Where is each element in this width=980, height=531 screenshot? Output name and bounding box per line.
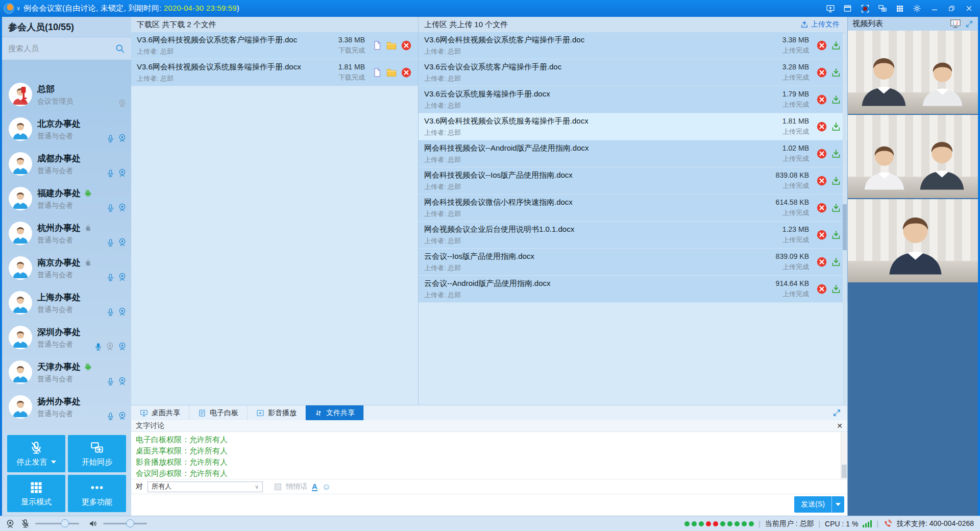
- send-button[interactable]: 发送(S): [794, 496, 844, 513]
- start-sync-button[interactable]: 开始同步: [68, 435, 126, 472]
- dual-monitor-icon[interactable]: 12: [950, 19, 961, 28]
- download-icon[interactable]: [831, 230, 841, 240]
- participant-row[interactable]: 深圳办事处 普通与会者: [2, 320, 131, 355]
- delete-icon[interactable]: [816, 229, 827, 240]
- download-icon[interactable]: [831, 257, 841, 267]
- expand-icon[interactable]: [965, 20, 973, 28]
- open-folder-icon[interactable]: [386, 40, 397, 51]
- participant-row[interactable]: 天津办事处 普通与会者: [2, 355, 131, 390]
- download-icon[interactable]: [831, 67, 841, 78]
- font-style-button[interactable]: A: [312, 482, 317, 491]
- participant-row[interactable]: 北京办事处 普通与会者: [2, 112, 131, 147]
- participant-row[interactable]: 福建办事处 普通与会者: [2, 181, 131, 216]
- download-icon[interactable]: [831, 94, 841, 105]
- net-sync-icon[interactable]: [875, 3, 889, 15]
- dropdown-caret-icon[interactable]: [51, 461, 56, 464]
- slider-knob[interactable]: [61, 519, 69, 527]
- record-icon[interactable]: [858, 3, 872, 15]
- window-mode-icon[interactable]: [841, 3, 854, 15]
- screen-share-icon[interactable]: [823, 3, 837, 15]
- camera-icon[interactable]: [117, 272, 127, 282]
- camera-icon[interactable]: [117, 376, 127, 386]
- webcam-icon[interactable]: [5, 519, 15, 529]
- upload-file-row[interactable]: V3.6网会科技视频会议系统客户端操作手册.doc上传者: 总部 3.38 MB…: [419, 32, 847, 59]
- camera-disabled-icon[interactable]: [105, 342, 115, 351]
- send-dropdown-caret[interactable]: [832, 503, 844, 506]
- recipient-select[interactable]: 所有人 ∨: [148, 481, 263, 492]
- upload-file-row[interactable]: 网会科技视频会议微信小程序快速指南.docx上传者: 总部 614.58 KB上…: [419, 195, 847, 222]
- stop-speaking-button[interactable]: 停止发言: [7, 435, 65, 472]
- maximize-button[interactable]: [945, 3, 959, 15]
- camera-icon[interactable]: [117, 342, 127, 351]
- mic-active-icon[interactable]: [94, 343, 103, 351]
- delete-icon[interactable]: [816, 94, 827, 105]
- camera-icon[interactable]: [117, 99, 127, 108]
- open-file-icon[interactable]: [372, 67, 382, 78]
- participant-row[interactable]: 总部 会议管理员: [2, 77, 131, 112]
- download-file-row[interactable]: V3.6网会科技视频会议系统服务端操作手册.docx 上传者: 总部 1.81 …: [131, 59, 418, 86]
- close-icon[interactable]: ✕: [837, 422, 843, 429]
- camera-icon[interactable]: [117, 203, 127, 212]
- participant-row[interactable]: 南京办事处 普通与会者: [2, 251, 131, 285]
- scrollbar-thumb[interactable]: [843, 204, 847, 250]
- video-thumbnail[interactable]: [848, 31, 978, 114]
- display-mode-button[interactable]: 显示模式: [7, 475, 65, 512]
- download-icon[interactable]: [831, 176, 841, 186]
- delete-icon[interactable]: [816, 40, 827, 51]
- chevron-down-icon[interactable]: ∨: [16, 5, 20, 12]
- tab-desktop-share[interactable]: 桌面共享: [131, 405, 189, 420]
- download-icon[interactable]: [831, 203, 841, 213]
- delete-icon[interactable]: [816, 283, 827, 295]
- camera-icon[interactable]: [117, 133, 127, 143]
- video-thumbnail[interactable]: [848, 199, 978, 282]
- download-icon[interactable]: [831, 149, 841, 159]
- delete-icon[interactable]: [816, 121, 827, 132]
- delete-icon[interactable]: [816, 67, 827, 78]
- chat-scrollbar[interactable]: [841, 432, 847, 479]
- upload-file-row[interactable]: 云会议--Ios版产品使用指南.docx上传者: 总部 839.09 KB上传完…: [419, 249, 847, 276]
- whisper-checkbox[interactable]: [275, 484, 281, 490]
- delete-icon[interactable]: [816, 148, 827, 159]
- upload-file-row[interactable]: 网会视频会议企业后台使用说明书1.0.1.docx上传者: 总部 1.23 MB…: [419, 222, 847, 249]
- emoji-button[interactable]: ☺: [322, 482, 331, 491]
- settings-gear-icon[interactable]: [910, 3, 924, 15]
- open-file-icon[interactable]: [372, 40, 382, 51]
- slider-knob[interactable]: [126, 519, 134, 527]
- mic-icon[interactable]: [106, 377, 115, 386]
- mic-icon[interactable]: [106, 273, 115, 282]
- layout-grid-icon[interactable]: [893, 3, 906, 15]
- upload-file-row-selected[interactable]: V3.6网会科技视频会议系统服务端操作手册.docx上传者: 总部 1.81 M…: [419, 113, 847, 140]
- speaker-icon[interactable]: [88, 519, 98, 528]
- delete-icon[interactable]: [401, 67, 412, 78]
- download-icon[interactable]: [831, 40, 841, 51]
- expand-icon[interactable]: [832, 408, 841, 417]
- participant-row[interactable]: 成都办事处 普通与会者: [2, 147, 131, 181]
- open-folder-icon[interactable]: [386, 67, 397, 78]
- download-icon[interactable]: [831, 122, 841, 132]
- camera-icon[interactable]: [117, 307, 127, 317]
- tab-media-play[interactable]: 影音播放: [248, 405, 306, 420]
- upload-file-row[interactable]: 云会议--Android版产品使用指南.docx上传者: 总部 914.64 K…: [419, 276, 847, 303]
- mic-icon[interactable]: [106, 412, 115, 421]
- tab-whiteboard[interactable]: 电子白板: [189, 405, 248, 420]
- search-icon[interactable]: [115, 43, 125, 54]
- mic-icon[interactable]: [106, 204, 115, 212]
- download-file-row[interactable]: V3.6网会科技视频会议系统客户端操作手册.doc 上传者: 总部 3.38 M…: [131, 32, 418, 59]
- video-thumbnail[interactable]: [848, 115, 978, 198]
- mic-icon[interactable]: [106, 308, 115, 317]
- upload-file-row[interactable]: V3.6云会议会议系统客户端操作手册.doc上传者: 总部 3.28 MB上传完…: [419, 59, 847, 86]
- upload-file-row[interactable]: V3.6云会议系统服务端操作手册.docx上传者: 总部 1.79 MB上传完成: [419, 86, 847, 113]
- camera-icon[interactable]: [117, 237, 127, 247]
- upload-file-link[interactable]: 上传文件: [800, 20, 842, 29]
- scrollbar-thumb[interactable]: [842, 465, 847, 478]
- download-icon[interactable]: [831, 284, 841, 294]
- participant-row[interactable]: 扬州办事处 普通与会者: [2, 390, 131, 424]
- mic-icon[interactable]: [106, 134, 115, 143]
- tab-file-share[interactable]: 文件共享: [306, 405, 364, 420]
- delete-icon[interactable]: [816, 175, 827, 186]
- mic-icon[interactable]: [106, 238, 115, 247]
- participant-row[interactable]: 杭州办事处 普通与会者: [2, 216, 131, 251]
- minimize-button[interactable]: [927, 3, 941, 15]
- participant-row[interactable]: 上海办事处 普通与会者: [2, 285, 131, 320]
- delete-icon[interactable]: [401, 40, 412, 51]
